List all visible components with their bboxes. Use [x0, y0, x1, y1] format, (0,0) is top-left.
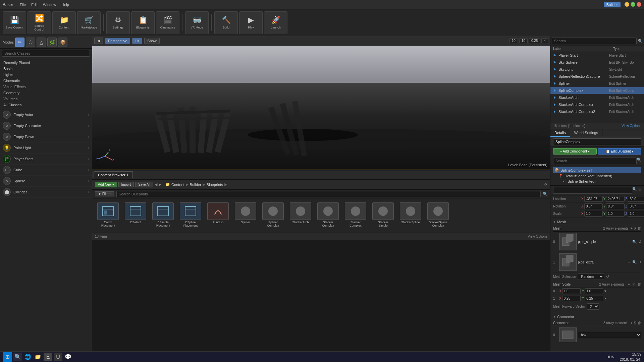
dp-rotation-x[interactable]: [584, 203, 603, 209]
dp-scale-label[interactable]: Scale: [553, 212, 580, 216]
mesh-scale-x-1[interactable]: [562, 296, 581, 301]
cb-view-options-bottom[interactable]: View Options: [528, 235, 547, 238]
wo-row-stacker-arch-complex2[interactable]: 👁 StackerArchComplex2 Edit StackerArch: [550, 108, 644, 115]
connector-dropdown-0[interactable]: box: [578, 332, 641, 338]
category-recently-placed[interactable]: Recently Placed: [0, 60, 92, 66]
mesh-action-clear-0[interactable]: ↺: [638, 240, 641, 244]
wo-row-sphere-reflection[interactable]: 👁 SphereReflectionCapture SphereReflecti…: [550, 73, 644, 80]
mesh-scale-dropdown-0[interactable]: ▾: [604, 289, 606, 293]
wo-eye-player-start[interactable]: 👁: [552, 53, 557, 58]
connector-copy-icon[interactable]: ⎘: [634, 321, 636, 325]
category-all-classes[interactable]: All Classes: [0, 102, 92, 108]
category-lights[interactable]: Lights: [0, 72, 92, 78]
category-basic[interactable]: Basic: [0, 66, 92, 72]
dp-location-label[interactable]: Location: [553, 197, 580, 201]
file-stacker-complex2[interactable]: StackerComplex: [342, 201, 369, 229]
dp-scale-y[interactable]: [606, 211, 625, 217]
mesh-scale-copy-icon[interactable]: ⎘: [633, 282, 635, 286]
build-button[interactable]: 🔨 Build: [214, 11, 238, 34]
wo-eye-skylight[interactable]: 👁: [552, 67, 557, 72]
taskbar-epic-icon[interactable]: E: [44, 353, 52, 361]
mode-geometry-icon[interactable]: 📦: [58, 38, 67, 47]
mesh-add-icon[interactable]: +: [631, 226, 633, 230]
mode-landscape-icon[interactable]: ⬡: [26, 38, 35, 47]
connector-delete-icon[interactable]: 🗑: [638, 321, 641, 325]
dp-comp-default-scene-root[interactable]: 📍 DefaultSceneRoot (Inherited): [553, 173, 641, 179]
cb-add-new-button-bottom[interactable]: Add New ▾: [95, 182, 117, 187]
content-button[interactable]: 📁 Content: [52, 11, 76, 34]
file-spliner-complex[interactable]: SplinerComplex: [260, 201, 286, 229]
wo-row-stacker-arch-complex[interactable]: 👁 StackerArchComplex Edit StackerArch: [550, 101, 644, 108]
vr-mode-button[interactable]: 🥽 VR Mode: [185, 11, 209, 34]
dp-transform-search-input[interactable]: [553, 187, 632, 194]
taskbar-folder-icon[interactable]: 📁: [34, 353, 42, 361]
class-search-input[interactable]: [2, 50, 90, 57]
mesh-scale-x-0[interactable]: [562, 288, 581, 294]
menu-edit[interactable]: Edit: [31, 3, 38, 7]
file-eselect[interactable]: ESelect: [122, 201, 149, 229]
nav-back-icon[interactable]: ◀: [155, 182, 157, 187]
lit-button[interactable]: Lit: [132, 38, 142, 44]
cb-search-bottom[interactable]: [116, 191, 541, 197]
cinematics-button[interactable]: 🎬 Cinematics: [156, 11, 179, 34]
mesh-copy-icon[interactable]: ⎘: [634, 226, 636, 230]
wo-row-spline-complex[interactable]: 👁 SplineComplex Edit SplineComp: [550, 87, 644, 94]
mode-foliage-icon[interactable]: 🌿: [47, 38, 57, 47]
wo-eye-stacker-arch[interactable]: 👁: [552, 95, 557, 100]
cb-tab-bottom[interactable]: Content Browser 1: [94, 171, 133, 179]
wo-eye-stacker-arch-complex[interactable]: 👁: [552, 102, 557, 107]
cb-path-builder[interactable]: Builder: [190, 183, 201, 187]
save-current-button[interactable]: 💾 Save Current: [3, 11, 26, 34]
mesh-section-header[interactable]: Mesh: [553, 219, 641, 225]
mode-mesh-icon[interactable]: △: [37, 38, 46, 47]
taskbar-chrome-icon[interactable]: 🌐: [23, 353, 32, 361]
wo-row-spliner[interactable]: 👁 Spliner Edit Spliner: [550, 80, 644, 87]
dp-tab-details[interactable]: Details: [550, 129, 570, 137]
taskbar-search-icon[interactable]: 🔍: [13, 353, 22, 361]
actor-player-start[interactable]: 🏴 Player Start +: [0, 154, 92, 165]
wo-eye-stacker-arch-complex2[interactable]: 👁: [552, 109, 557, 114]
wo-col-label[interactable]: Label: [550, 46, 610, 52]
cb-refresh-icon[interactable]: ⟳: [544, 182, 547, 187]
cb-save-all-button-bottom[interactable]: Save All: [135, 182, 153, 187]
mesh-action-search-0[interactable]: 🔍: [632, 240, 637, 244]
close-button[interactable]: ×: [637, 2, 641, 7]
perspective-button[interactable]: Perspective: [105, 38, 130, 44]
actor-point-light[interactable]: 💡 Point Light +: [0, 142, 92, 154]
dp-component-name-input[interactable]: [553, 138, 641, 145]
dp-location-z[interactable]: [628, 196, 644, 202]
wo-eye-spline-complex[interactable]: 👁: [552, 88, 557, 93]
dp-scale-z[interactable]: [628, 211, 644, 217]
show-button[interactable]: Show: [144, 38, 160, 44]
cb-filter-button-bottom[interactable]: ▼ Filters: [95, 191, 114, 196]
wo-eye-sphere-reflection[interactable]: 👁: [552, 74, 557, 79]
connector-header[interactable]: Connector: [553, 314, 641, 320]
file-spliner[interactable]: Spliner: [232, 201, 259, 229]
file-stacker-simple[interactable]: StackerSimple: [370, 201, 396, 229]
mesh-selection-clear-icon[interactable]: ↺: [606, 275, 609, 279]
category-geometry[interactable]: Geometry: [0, 90, 92, 96]
play-button[interactable]: ▶ Play: [239, 11, 263, 34]
actor-sphere[interactable]: ○ Sphere +: [0, 176, 92, 187]
cb-import-button-bottom[interactable]: Import: [118, 182, 134, 187]
dp-location-x[interactable]: [584, 196, 603, 202]
mesh-action-arrow-0[interactable]: →: [627, 240, 631, 244]
dp-edit-blueprint-button[interactable]: 📋 Edit Blueprint ▾: [598, 148, 642, 155]
maximize-button[interactable]: □: [631, 2, 635, 7]
mesh-delete-icon[interactable]: 🗑: [638, 226, 641, 230]
wo-eye-sky-sphere[interactable]: 👁: [552, 60, 557, 65]
file-stacker-spline[interactable]: StackerSpline: [397, 201, 424, 229]
file-stacker-arch[interactable]: StackerArch: [287, 201, 314, 229]
connector-add-icon[interactable]: +: [631, 321, 633, 325]
mode-select-icon[interactable]: ✏: [15, 38, 24, 47]
wo-row-stacker-arch[interactable]: 👁 StackerArch Edit StackerArch: [550, 94, 644, 101]
taskbar-discord-icon[interactable]: 💬: [64, 353, 72, 361]
wo-row-sky-sphere[interactable]: 👁 Sky Sphere Edit BP_Sky_Sp: [550, 59, 644, 66]
category-visual-effects[interactable]: Visual Effects: [0, 84, 92, 90]
wo-col-type[interactable]: Type: [610, 46, 644, 52]
category-cinematic[interactable]: Cinematic: [0, 78, 92, 84]
actor-empty-actor[interactable]: ○ Empty Actor +: [0, 109, 92, 120]
dp-location-y[interactable]: [606, 196, 625, 202]
dp-grid-view-icon[interactable]: ⊞: [638, 187, 641, 194]
actor-cube[interactable]: □ Cube +: [0, 165, 92, 176]
